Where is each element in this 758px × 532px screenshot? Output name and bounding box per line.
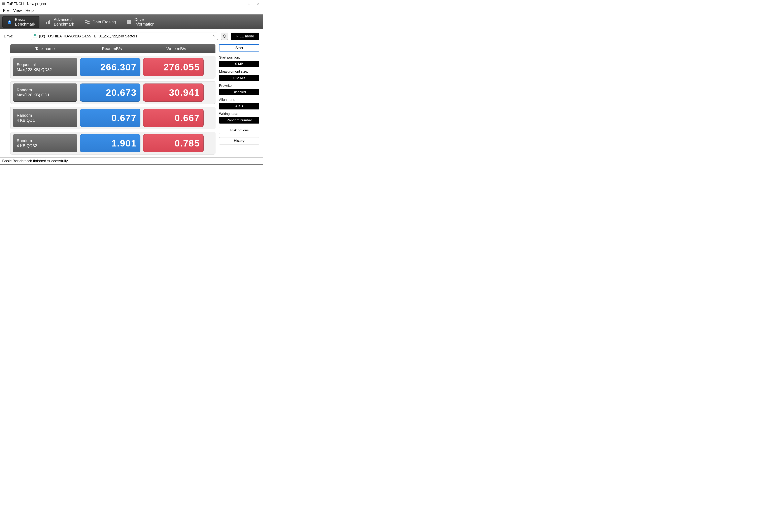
task-cell[interactable]: Sequential Max(128 KB) QD32 bbox=[13, 58, 77, 76]
svg-rect-1 bbox=[2, 3, 5, 3]
result-row: Random 4 KB QD1 0.677 0.667 bbox=[10, 107, 216, 129]
task-line2: Max(128 KB) QD32 bbox=[17, 67, 73, 72]
task-options-button[interactable]: Task options bbox=[219, 127, 259, 134]
measurement-size-label: Measurement size: bbox=[219, 70, 259, 74]
history-button[interactable]: History bbox=[219, 137, 259, 144]
svg-point-14 bbox=[128, 21, 129, 21]
tab-erase-label: Data Erasing bbox=[92, 20, 116, 24]
svg-rect-11 bbox=[49, 20, 50, 24]
write-value[interactable]: 276.055 bbox=[143, 58, 204, 76]
drive-info-icon bbox=[126, 19, 132, 25]
results-table: Task name Read mB/s Write mB/s Sequentia… bbox=[10, 44, 216, 155]
alignment-label: Alignment: bbox=[219, 98, 259, 102]
header-write: Write mB/s bbox=[144, 47, 208, 51]
svg-rect-7 bbox=[9, 20, 10, 20]
menubar: File View Help bbox=[0, 8, 263, 15]
task-line1: Random bbox=[17, 138, 73, 143]
svg-rect-13 bbox=[127, 23, 131, 24]
task-cell[interactable]: Random Max(128 KB) QD1 bbox=[13, 84, 77, 102]
menu-help[interactable]: Help bbox=[25, 8, 34, 13]
write-value[interactable]: 0.667 bbox=[143, 109, 204, 127]
bars-icon bbox=[45, 19, 51, 25]
task-line1: Random bbox=[17, 113, 73, 118]
tab-basic-benchmark[interactable]: Basic Benchmark bbox=[2, 16, 39, 28]
svg-rect-3 bbox=[248, 3, 250, 5]
tab-drive-information[interactable]: Drive Information bbox=[122, 16, 159, 28]
status-bar: Basic Benchmark finished successfully. bbox=[0, 157, 263, 164]
refresh-button[interactable] bbox=[221, 33, 228, 40]
writing-data-label: Writing data: bbox=[219, 112, 259, 116]
file-mode-button[interactable]: FILE mode bbox=[231, 33, 259, 40]
read-value[interactable]: 20.673 bbox=[80, 84, 140, 102]
svg-rect-10 bbox=[48, 21, 49, 24]
svg-rect-17 bbox=[34, 34, 36, 36]
start-position-value[interactable]: 0 MB bbox=[219, 61, 259, 67]
content: Task name Read mB/s Write mB/s Sequentia… bbox=[0, 42, 263, 157]
result-row: Sequential Max(128 KB) QD32 266.307 276.… bbox=[10, 56, 216, 79]
tab-data-erasing[interactable]: Data Erasing bbox=[80, 16, 120, 28]
results-header: Task name Read mB/s Write mB/s bbox=[10, 44, 216, 53]
refresh-icon bbox=[222, 34, 227, 39]
tab-advanced-line2: Benchmark bbox=[54, 22, 74, 26]
drive-label: Drive: bbox=[4, 34, 28, 38]
task-line1: Random bbox=[17, 88, 73, 92]
tab-basic-line1: Basic bbox=[15, 17, 25, 22]
window-title: TxBENCH - New project bbox=[7, 2, 235, 6]
prewrite-label: Prewrite: bbox=[219, 84, 259, 88]
svg-rect-0 bbox=[2, 3, 5, 5]
close-button[interactable] bbox=[254, 0, 263, 8]
prewrite-value[interactable]: Disabled bbox=[219, 89, 259, 95]
header-read: Read mB/s bbox=[80, 47, 144, 51]
read-value[interactable]: 1.901 bbox=[80, 134, 140, 152]
alignment-value[interactable]: 4 KB bbox=[219, 103, 259, 109]
start-position-label: Start position: bbox=[219, 55, 259, 59]
menu-file[interactable]: File bbox=[3, 8, 10, 13]
header-task: Task name bbox=[10, 47, 80, 51]
side-panel: Start Start position: 0 MB Measurement s… bbox=[219, 44, 259, 144]
writing-data-value[interactable]: Random number bbox=[219, 117, 259, 124]
stopwatch-icon bbox=[6, 19, 13, 25]
wave-icon bbox=[84, 19, 90, 25]
minimize-button[interactable] bbox=[235, 0, 244, 8]
app-window: TxBENCH - New project File View Help Bas… bbox=[0, 0, 263, 164]
task-line2: Max(128 KB) QD1 bbox=[17, 92, 73, 98]
titlebar: TxBENCH - New project bbox=[0, 0, 263, 8]
tab-advanced-benchmark[interactable]: Advanced Benchmark bbox=[41, 16, 78, 28]
task-cell[interactable]: Random 4 KB QD1 bbox=[13, 109, 77, 127]
toolbar: Basic Benchmark Advanced Benchmark Data … bbox=[0, 15, 263, 29]
tab-drive-line1: Drive bbox=[134, 17, 144, 22]
task-line2: 4 KB QD32 bbox=[17, 143, 73, 148]
drive-select[interactable]: (D:) TOSHIBA HDWG31G 14.55 TB (31,251,72… bbox=[31, 33, 218, 40]
tab-drive-line2: Information bbox=[134, 22, 155, 26]
result-row: Random 4 KB QD32 1.901 0.785 bbox=[10, 132, 216, 155]
drive-select-text: (D:) TOSHIBA HDWG31G 14.55 TB (31,251,72… bbox=[39, 34, 138, 38]
task-cell[interactable]: Random 4 KB QD32 bbox=[13, 134, 77, 152]
status-text: Basic Benchmark finished successfully. bbox=[2, 159, 69, 163]
read-value[interactable]: 266.307 bbox=[80, 58, 140, 76]
tab-basic-line2: Benchmark bbox=[15, 22, 35, 26]
drive-row: Drive: (D:) TOSHIBA HDWG31G 14.55 TB (31… bbox=[0, 29, 263, 42]
tab-advanced-line1: Advanced bbox=[54, 17, 72, 22]
maximize-button[interactable] bbox=[244, 0, 254, 8]
read-value[interactable]: 0.677 bbox=[80, 109, 140, 127]
svg-rect-9 bbox=[46, 22, 47, 24]
app-icon bbox=[2, 2, 5, 6]
write-value[interactable]: 0.785 bbox=[143, 134, 204, 152]
window-controls bbox=[235, 0, 263, 8]
chevron-down-icon bbox=[213, 35, 216, 38]
write-value[interactable]: 30.941 bbox=[143, 84, 204, 102]
task-line2: 4 KB QD1 bbox=[17, 118, 73, 123]
start-button[interactable]: Start bbox=[219, 44, 259, 52]
measurement-size-value[interactable]: 512 MB bbox=[219, 75, 259, 81]
result-row: Random Max(128 KB) QD1 20.673 30.941 bbox=[10, 81, 216, 104]
menu-view[interactable]: View bbox=[13, 8, 22, 13]
task-line1: Sequential bbox=[17, 62, 73, 67]
drive-disk-icon bbox=[33, 34, 37, 38]
svg-rect-15 bbox=[129, 22, 129, 22]
